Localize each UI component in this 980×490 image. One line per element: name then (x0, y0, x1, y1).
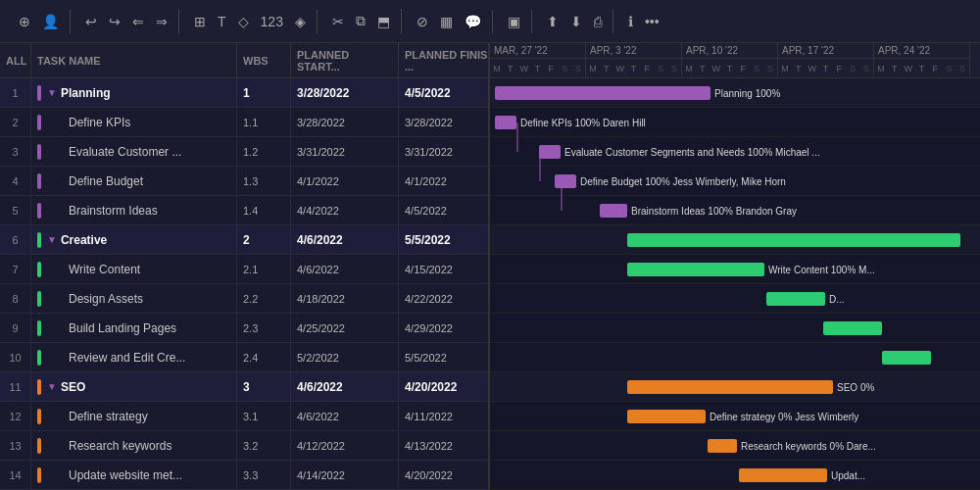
day-label: F (928, 59, 942, 78)
row-number: 7 (0, 255, 31, 283)
gantt-bar-label: Planning 100% (714, 88, 780, 99)
day-label: T (792, 59, 806, 78)
week-group: APR, 24 '22MTWTFSS (874, 43, 970, 78)
paste-button[interactable]: ⬒ (372, 10, 395, 33)
print-button[interactable]: ⎙ (589, 10, 607, 33)
start-date-cell: 3/31/2022 (291, 137, 399, 166)
wbs-cell: 2.3 (237, 314, 291, 342)
number-button[interactable]: 123 (256, 10, 288, 33)
gantt-bar (823, 321, 882, 335)
start-date-cell: 4/14/2022 (291, 461, 399, 489)
task-name-cell: Evaluate Customer ... (31, 137, 237, 166)
gantt-header: MAR, 27 '22MTWTFSSAPR, 3 '22MTWTFSSAPR, … (490, 43, 980, 78)
expand-icon[interactable]: ▼ (47, 381, 57, 392)
finish-date-cell: 4/1/2022 (399, 167, 488, 195)
table-row[interactable]: 11▼ SEO34/6/20224/20/2022 (0, 372, 488, 402)
row-number: 11 (0, 372, 31, 401)
start-date-cell: 4/4/2022 (291, 196, 399, 224)
shape-button[interactable]: ◇ (233, 10, 254, 33)
day-label: F (544, 59, 558, 78)
table-row[interactable]: 7Write Content2.14/6/20224/15/2022 (0, 255, 488, 284)
gantt-view-button[interactable]: ▣ (503, 10, 525, 33)
week-group: APR, 17 '22MTWTFSS (778, 43, 874, 78)
table-row[interactable]: 3Evaluate Customer ...1.23/31/20223/31/2… (0, 137, 488, 167)
day-label: S (750, 59, 763, 78)
gantt-bar: Planning 100% (495, 86, 710, 100)
col-header-all: ALL (0, 43, 31, 77)
finish-date-cell: 4/13/2022 (399, 431, 488, 460)
expand-icon[interactable]: ▼ (47, 87, 57, 98)
table-row[interactable]: 10Review and Edit Cre...2.45/2/20225/5/2… (0, 343, 488, 372)
indent-left-button[interactable]: ⇐ (127, 10, 149, 33)
table-row[interactable]: 13Research keywords3.24/12/20224/13/2022 (0, 431, 488, 461)
user-button[interactable]: 👤 (37, 10, 64, 33)
undo-button[interactable]: ↩ (80, 10, 102, 33)
gantt-bar (627, 233, 960, 247)
task-name-cell: Define KPIs (31, 108, 237, 136)
col-header-wbs: WBS (237, 43, 291, 77)
gantt-bar: Research keywords 0% Dare... (708, 439, 737, 453)
start-date-cell: 4/6/2022 (291, 225, 399, 254)
row-number: 13 (0, 431, 31, 460)
row-number: 4 (0, 167, 31, 195)
comment-button[interactable]: 💬 (460, 10, 486, 33)
day-label: S (558, 59, 571, 78)
gantt-row (490, 284, 980, 314)
finish-date-cell: 4/5/2022 (399, 196, 488, 224)
gantt-bar: Write Content 100% M... (627, 263, 764, 276)
indent-right-button[interactable]: ⇒ (151, 10, 172, 33)
day-label: M (586, 59, 600, 78)
redo-button[interactable]: ↪ (104, 10, 125, 33)
table-row[interactable]: 6▼ Creative24/6/20225/5/2022 (0, 225, 488, 255)
finish-date-cell: 4/20/2022 (399, 372, 488, 401)
task-name-cell: Review and Edit Cre... (31, 343, 237, 371)
row-number: 12 (0, 402, 31, 430)
table-row[interactable]: 5Brainstorm Ideas1.44/4/20224/5/2022 (0, 196, 488, 225)
cut-button[interactable]: ✂ (327, 10, 349, 33)
table-row[interactable]: 8Design Assets2.24/18/20224/22/2022 (0, 284, 488, 314)
finish-date-cell: 4/29/2022 (399, 314, 488, 342)
start-date-cell: 4/12/2022 (291, 431, 399, 460)
start-date-cell: 3/28/2022 (291, 108, 399, 136)
table-button[interactable]: ▦ (435, 10, 458, 33)
task-name-cell: Update website met... (31, 461, 237, 489)
table-row[interactable]: 2Define KPIs1.13/28/20223/28/2022 (0, 108, 488, 137)
gantt-row (490, 314, 980, 343)
day-label: S (654, 59, 667, 78)
finish-date-cell: 5/5/2022 (399, 225, 488, 254)
download-button[interactable]: ⬇ (565, 10, 587, 33)
wbs-cell: 1.4 (237, 196, 291, 224)
table-row[interactable]: 12Define strategy3.14/6/20224/11/2022 (0, 402, 488, 431)
gantt-bar (882, 351, 931, 365)
table-row[interactable]: 1▼ Planning13/28/20224/5/2022 (0, 78, 488, 108)
finish-date-cell: 4/15/2022 (399, 255, 488, 283)
day-label: S (763, 59, 777, 78)
table-row[interactable]: 14Update website met...3.34/14/20224/20/… (0, 461, 488, 490)
week-label: MAR, 27 '22 (490, 43, 585, 59)
text-button[interactable]: T (213, 10, 231, 33)
info-button[interactable]: ℹ (623, 10, 638, 33)
row-number: 6 (0, 225, 31, 254)
week-group: APR, 3 '22MTWTFSS (586, 43, 682, 78)
more-button[interactable]: ••• (640, 10, 664, 33)
table-row[interactable]: 4Define Budget1.34/1/20224/1/2022 (0, 167, 488, 196)
row-number: 5 (0, 196, 31, 224)
link-button[interactable]: ⊘ (412, 10, 433, 33)
copy-button[interactable]: ⧉ (351, 9, 370, 33)
expand-icon[interactable]: ▼ (47, 234, 57, 245)
grid-button[interactable]: ⊞ (189, 10, 211, 33)
toolbar-group-view: ▣ (497, 10, 532, 33)
wbs-cell: 1 (237, 78, 291, 107)
add-button[interactable]: ⊕ (14, 10, 35, 33)
toolbar-group-history: ↩ ↪ ⇐ ⇒ (74, 10, 179, 33)
table-row[interactable]: 9Build Landing Pages2.34/25/20224/29/202… (0, 314, 488, 343)
day-label: S (942, 59, 956, 78)
gantt-body: Planning 100%Define KPIs 100% Daren Hill… (490, 78, 980, 490)
upload-button[interactable]: ⬆ (542, 10, 564, 33)
wbs-cell: 2.4 (237, 343, 291, 371)
row-number: 2 (0, 108, 31, 136)
diamond-button[interactable]: ◈ (290, 10, 311, 33)
gantt-bar-label: Evaluate Customer Segments and Needs 100… (564, 147, 820, 158)
day-label: S (846, 59, 859, 78)
col-header-taskname: TASK NAME (31, 43, 237, 77)
